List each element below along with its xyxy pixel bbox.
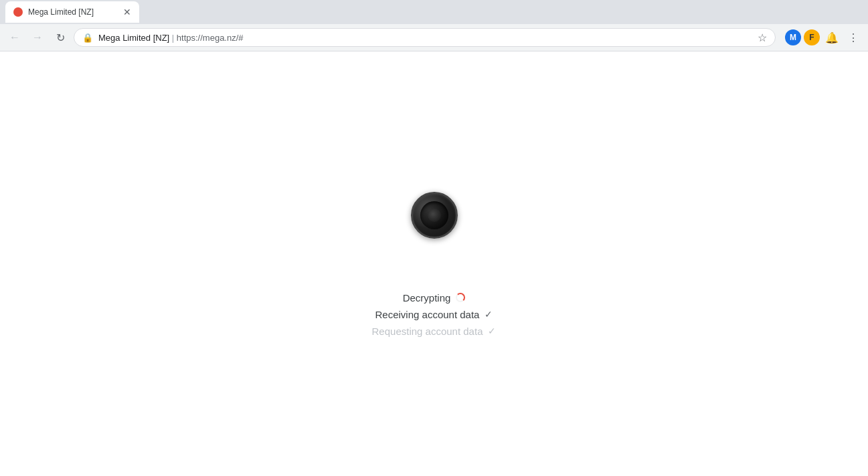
url-text: Mega Limited [NZ] | https://mega.nz/# [98, 33, 752, 43]
url-separator: | [172, 33, 177, 43]
menu-button[interactable]: ⋮ [844, 28, 863, 47]
receiving-label: Receiving account data [375, 309, 480, 320]
requesting-checkmark: ✓ [488, 326, 496, 336]
address-bar: ← → ↻ 🔒 Mega Limited [NZ] | https://mega… [0, 24, 868, 51]
url-site-name: Mega Limited [NZ] [98, 33, 169, 43]
browser-chrome: Mega Limited [NZ] ✕ ← → ↻ 🔒 Mega Limited… [0, 0, 868, 51]
tab-title: Mega Limited [NZ] [28, 7, 118, 17]
bell-icon: 🔔 [825, 31, 839, 44]
back-button[interactable]: ← [5, 28, 24, 47]
page-content: Decrypting Receiving account data ✓ Requ… [0, 51, 868, 476]
url-address: https://mega.nz/# [177, 33, 244, 43]
logo-core [428, 209, 441, 222]
reload-button[interactable]: ↻ [51, 28, 70, 47]
extension-mega-icon[interactable]: M [785, 29, 801, 45]
bookmark-icon[interactable]: ☆ [758, 31, 767, 44]
reload-icon: ↻ [56, 31, 65, 44]
status-container: Decrypting Receiving account data ✓ Requ… [372, 292, 497, 337]
loading-spinner [456, 293, 465, 302]
requesting-label: Requesting account data [372, 326, 483, 337]
url-bar[interactable]: 🔒 Mega Limited [NZ] | https://mega.nz/# … [74, 28, 776, 47]
extension-f-icon[interactable]: F [804, 29, 820, 45]
menu-icon: ⋮ [848, 31, 859, 44]
lock-icon: 🔒 [82, 33, 93, 43]
toolbar-right: M F 🔔 ⋮ [785, 28, 863, 47]
forward-icon: → [32, 31, 43, 43]
status-receiving: Receiving account data ✓ [375, 309, 493, 320]
tab-close-button[interactable]: ✕ [123, 7, 131, 17]
status-requesting: Requesting account data ✓ [372, 326, 497, 337]
browser-tab[interactable]: Mega Limited [NZ] ✕ [5, 1, 139, 23]
logo-inner [420, 201, 448, 229]
back-icon: ← [9, 31, 20, 43]
status-decrypting: Decrypting [403, 292, 466, 304]
mega-logo [411, 192, 458, 239]
bell-button[interactable]: 🔔 [822, 28, 841, 47]
logo-outer [411, 192, 458, 239]
decrypting-label: Decrypting [403, 292, 451, 304]
receiving-checkmark: ✓ [485, 309, 493, 320]
tab-bar: Mega Limited [NZ] ✕ [0, 0, 868, 24]
forward-button[interactable]: → [28, 28, 47, 47]
tab-favicon [13, 7, 23, 17]
